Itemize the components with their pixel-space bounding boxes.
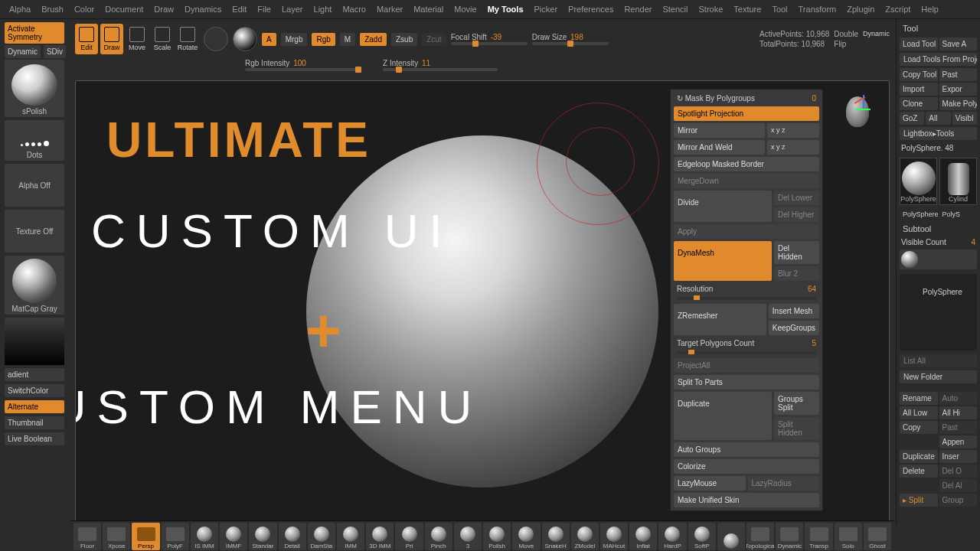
- shelf-item22-button[interactable]: [717, 523, 745, 550]
- shelf-floor-button[interactable]: Floor: [74, 523, 101, 550]
- shelf-damsta-button[interactable]: DamSta: [308, 523, 335, 550]
- shelf-transp-button[interactable]: Transp: [805, 523, 832, 550]
- mode-scale-button[interactable]: Scale: [151, 24, 174, 54]
- orientation-gizmo[interactable]: [846, 90, 878, 129]
- goz-visible-button[interactable]: Visibl: [952, 112, 977, 125]
- material-slot[interactable]: MatCap Gray: [5, 256, 64, 315]
- paint-rgb-button[interactable]: Rgb: [312, 33, 335, 46]
- paint-a-button[interactable]: A: [262, 33, 276, 46]
- shelf-zmodel-button[interactable]: ZModel: [571, 523, 599, 550]
- menu-alpha[interactable]: Alpha: [8, 3, 32, 15]
- menu-material[interactable]: Material: [412, 3, 445, 15]
- brush-slot[interactable]: sPolish: [5, 60, 64, 117]
- shelf-persp-button[interactable]: Persp: [132, 523, 159, 550]
- export-button[interactable]: Expor: [939, 83, 978, 96]
- all-low-button[interactable]: All Low: [900, 406, 938, 419]
- shelf-topological-button[interactable]: Topological: [746, 523, 774, 550]
- shelf-inflat-button[interactable]: Inflat: [629, 523, 657, 550]
- shelf-softp-button[interactable]: SoftP: [688, 523, 716, 550]
- menu-dynamics[interactable]: Dynamics: [183, 3, 223, 15]
- shelf-detail-button[interactable]: Detail: [279, 523, 306, 550]
- menu-brush[interactable]: Brush: [40, 3, 65, 15]
- new-folder-button[interactable]: New Folder: [900, 370, 977, 383]
- groups-split-button[interactable]: Groups Split: [774, 392, 819, 415]
- menu-edit[interactable]: Edit: [230, 3, 248, 15]
- double-button[interactable]: Double: [834, 30, 858, 38]
- insert-mesh-button[interactable]: Insert Mesh: [769, 304, 819, 318]
- del-other-button[interactable]: Del O: [939, 465, 978, 478]
- menu-light[interactable]: Light: [312, 3, 334, 15]
- shelf-polish-button[interactable]: Polish: [483, 523, 511, 550]
- mode-rotate-button[interactable]: Rotate: [176, 24, 199, 54]
- menu-stroke[interactable]: Stroke: [697, 3, 725, 15]
- mirror-button[interactable]: Mirror: [674, 123, 765, 138]
- subtool-delete-button[interactable]: Delete: [900, 465, 938, 478]
- all-high-button[interactable]: All Hi: [939, 406, 978, 419]
- divide-button[interactable]: Divide: [674, 191, 772, 222]
- shelf-solo-button[interactable]: Solo: [835, 523, 862, 550]
- del-higher-button[interactable]: Del Higher: [774, 207, 819, 222]
- resolution-slider[interactable]: Resolution64: [674, 283, 819, 295]
- lightbox-tools-button[interactable]: Lightbox▸Tools: [900, 127, 977, 140]
- copy-tool-button[interactable]: Copy Tool: [900, 68, 938, 81]
- rgb-intensity-slider[interactable]: Rgb Intensity 100: [245, 59, 360, 71]
- append-button[interactable]: Appen: [939, 435, 978, 448]
- auto-button[interactable]: Auto: [939, 392, 978, 405]
- menu-color[interactable]: Color: [73, 3, 96, 15]
- mode-move-button[interactable]: Move: [126, 24, 149, 54]
- menu-texture[interactable]: Texture: [732, 3, 763, 15]
- import-button[interactable]: Import: [900, 83, 938, 96]
- menu-my-tools[interactable]: My Tools: [486, 3, 525, 15]
- z-intensity-slider[interactable]: Z Intensity 11: [383, 59, 498, 71]
- shelf-immf-button[interactable]: IMMF: [220, 523, 247, 550]
- shelf-hardp-button[interactable]: HardP: [658, 523, 686, 550]
- focal-shift-slider[interactable]: Focal Shift -39: [451, 33, 528, 45]
- spotlight-projection-button[interactable]: Spotlight Projection: [674, 106, 819, 121]
- shelf-imm-button[interactable]: IMM: [337, 523, 364, 550]
- menu-zplugin[interactable]: Zplugin: [845, 3, 876, 15]
- subtool-item[interactable]: [900, 249, 977, 269]
- group-button[interactable]: Group: [939, 494, 978, 507]
- paste-tool-button[interactable]: Past: [939, 68, 978, 81]
- copy-subtool-button[interactable]: Copy: [900, 421, 938, 434]
- shelf-3d imm-button[interactable]: 3D IMM: [366, 523, 394, 550]
- load-tool-button[interactable]: Load Tool: [900, 37, 938, 51]
- mirrorweld-axes[interactable]: x y z: [767, 140, 819, 155]
- split-parts-button[interactable]: Split To Parts: [674, 375, 819, 390]
- save-as-button[interactable]: Save A: [939, 37, 978, 51]
- menu-marker[interactable]: Marker: [375, 3, 404, 15]
- del-lower-button[interactable]: Del Lower: [774, 191, 819, 205]
- paint-zcut-button[interactable]: Zcut: [422, 33, 446, 46]
- shelf-mahcut-button[interactable]: MAHcut: [600, 523, 628, 550]
- menu-help[interactable]: Help: [920, 3, 940, 15]
- orb-icon-1[interactable]: [204, 27, 228, 51]
- menu-draw[interactable]: Draw: [152, 3, 175, 15]
- menu-stencil[interactable]: Stencil: [661, 3, 689, 15]
- mode-edit-button[interactable]: Edit: [75, 24, 98, 54]
- viewport[interactable]: ULTIMATE CUSTOM UI + CUSTOM MENU ↻ Mask …: [75, 80, 890, 524]
- duplicate-button[interactable]: Duplicate: [674, 392, 772, 440]
- mode-draw-button[interactable]: Draw: [100, 24, 123, 54]
- colorize-button[interactable]: Colorize: [674, 459, 819, 474]
- apply-button[interactable]: Apply: [674, 224, 819, 239]
- gradient-button[interactable]: adient: [5, 368, 64, 381]
- split-header[interactable]: ▸ Split: [900, 494, 938, 507]
- paint-zsub-button[interactable]: Zsub: [391, 33, 417, 46]
- flip-button[interactable]: Flip: [834, 40, 858, 48]
- draw-size-slider[interactable]: Draw Size 198: [532, 33, 609, 45]
- shelf-move-button[interactable]: Move: [512, 523, 540, 550]
- mergedown-button[interactable]: MergeDown: [674, 174, 819, 188]
- menu-render[interactable]: Render: [622, 3, 653, 15]
- blur-button[interactable]: Blur 2: [774, 266, 819, 281]
- menu-macro[interactable]: Macro: [341, 3, 368, 15]
- rename-button[interactable]: Rename: [900, 392, 938, 405]
- menu-tool[interactable]: Tool: [770, 3, 789, 15]
- paste-subtool-button[interactable]: Past: [939, 421, 978, 434]
- paint-m-button[interactable]: M: [340, 33, 355, 46]
- projectall-button[interactable]: ProjectAll: [674, 358, 819, 373]
- lazymouse-button[interactable]: LazyMouse: [674, 476, 746, 491]
- goz-all-button[interactable]: All: [926, 112, 950, 125]
- shelf-snakeh-button[interactable]: SnakeH: [542, 523, 570, 550]
- tool-thumb-polysphere[interactable]: PolySphere: [900, 158, 937, 205]
- del-all-button[interactable]: Del Al: [939, 479, 978, 492]
